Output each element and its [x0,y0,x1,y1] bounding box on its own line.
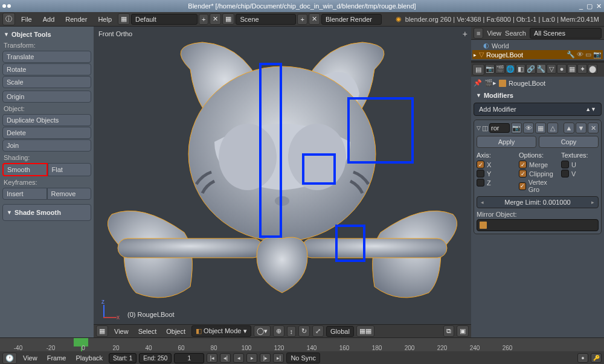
manipulator-translate-icon[interactable]: ↕ [287,326,297,337]
tab-particles-icon[interactable]: ✦ [577,64,587,74]
render-icon[interactable]: 📷 [593,51,602,59]
tab-world-icon[interactable]: 🌐 [506,64,515,74]
tab-material-icon[interactable]: ● [557,64,567,74]
3d-viewport[interactable]: Front Ortho + [94,27,471,337]
outliner[interactable]: ◐ World ▸ ▽ RougeLBoot 🔧 👁 ▭ 📷 [471,40,604,60]
apply-modifier-button[interactable]: Apply [477,136,536,148]
scene-browse-icon[interactable]: ▦ [222,13,234,25]
merge-limit-field[interactable]: ◂ Merge Limit: 0.001000 ▸ [477,196,599,208]
viewport-visibility-icon[interactable]: 👁 [523,123,534,133]
editor-type-icon[interactable]: ▦ [96,325,108,337]
layers-grid-icon[interactable]: ▦▦ [356,325,374,337]
translate-button[interactable]: Translate [2,51,91,63]
vertexgroup-checkbox[interactable] [519,182,526,190]
tab-modifiers-icon[interactable]: 🔧 [536,64,546,74]
end-frame-field[interactable]: End: 250 [139,353,172,363]
eye-icon[interactable]: 👁 [577,51,583,59]
pin-icon[interactable]: 📌 [474,79,482,87]
axis-y-checkbox[interactable] [477,170,484,177]
modifiers-panel-header[interactable]: Modifiers [471,89,604,101]
maximize-icon[interactable]: ▢ [586,2,593,10]
keyingset-icon[interactable]: 🔑 [591,353,602,363]
keyframe-next-icon[interactable]: |▸ [260,353,271,363]
menu-file[interactable]: File [16,14,37,24]
join-button[interactable]: Join [2,139,91,152]
expand-icon[interactable]: ▽ [477,125,481,131]
start-frame-field[interactable]: Start: 1 [109,353,137,363]
minimize-icon[interactable]: _ [579,2,583,10]
editor-type-icon[interactable]: 🕐 [2,353,17,364]
tab-physics-icon[interactable]: ⬤ [588,64,597,74]
tab-scene-icon[interactable]: 🎬 [495,64,505,74]
outliner-menu-view[interactable]: View [487,30,501,37]
menu-help[interactable]: Help [93,14,117,24]
scene-field[interactable]: Scene [236,14,296,25]
tl-menu-frame[interactable]: Frame [43,353,70,363]
vp-menu-select[interactable]: Select [135,327,161,336]
duplicate-button[interactable]: Duplicate Objects [2,114,91,126]
scene-remove[interactable]: ✕ [309,13,320,25]
timeline-track[interactable]: -40 -20 0 20 40 60 80 100 120 140 160 18… [0,338,604,351]
editor-type-icon[interactable]: ⓘ [2,13,15,25]
play-reverse-icon[interactable]: ◂ [233,353,244,363]
manipulator-scale-icon[interactable]: ⤢ [312,325,324,337]
render-engine-dropdown[interactable]: Blender Render [321,14,382,25]
keyframe-prev-icon[interactable]: ◂| [220,353,231,363]
shade-smooth-button[interactable]: Smooth [2,163,48,176]
jump-end-icon[interactable]: ▸| [273,353,284,363]
tab-constraints-icon[interactable]: 🔗 [526,64,536,74]
layout-add[interactable]: + [199,14,208,25]
wrench-icon[interactable]: 🔧 [567,51,575,59]
vp-menu-view[interactable]: View [111,327,132,336]
outliner-row-world[interactable]: ◐ World [472,41,603,50]
origin-button[interactable]: Origin [2,91,91,103]
insert-keyframe-button[interactable]: Insert [2,188,47,200]
playhead-handle[interactable] [74,338,88,346]
render-visibility-icon[interactable]: 📷 [511,123,522,133]
menu-render[interactable]: Render [60,14,92,24]
mode-dropdown[interactable]: ◧ Object Mode ▾ [191,325,251,337]
tab-texture-icon[interactable]: ▦ [567,64,577,74]
editmode-visibility-icon[interactable]: ▦ [535,123,546,133]
tab-object-icon[interactable]: ◧ [516,64,525,74]
orientation-dropdown[interactable]: Global [326,326,354,337]
move-down-icon[interactable]: ▼ [576,123,586,133]
manipulator-rotate-icon[interactable]: ↻ [298,325,310,337]
last-operator-panel[interactable]: Shade Smooth [5,207,88,218]
tab-render-icon[interactable]: 📷 [485,64,495,74]
scale-button[interactable]: Scale [2,76,91,88]
copy-modifier-button[interactable]: Copy [539,136,599,148]
add-modifier-dropdown[interactable]: Add Modifier ▲▼ [474,103,602,116]
scene-add[interactable]: + [297,14,307,25]
play-icon[interactable]: ▸ [246,353,257,363]
autokey-icon[interactable]: ● [577,353,588,363]
outliner-menu-search[interactable]: Search [505,30,526,37]
tl-menu-playback[interactable]: Playback [72,353,106,363]
outliner-row-selected[interactable]: ▸ ▽ RougeLBoot 🔧 👁 ▭ 📷 [472,50,603,59]
pivot-icon[interactable]: ⊕ [273,325,284,337]
axis-z-checkbox[interactable] [477,179,484,187]
screen-layout-browse-icon[interactable]: ▦ [118,13,130,25]
current-frame-field[interactable]: 1 [174,353,204,363]
tab-data-icon[interactable]: ▽ [547,64,556,74]
merge-checkbox[interactable] [519,161,527,168]
window-menu-icon[interactable] [7,4,11,8]
texture-u-checkbox[interactable] [561,161,569,168]
editor-type-icon[interactable]: ≡ [474,28,483,39]
clipping-checkbox[interactable] [519,170,527,177]
screen-layout-field[interactable]: Default [131,14,198,25]
window-menu-icon[interactable] [2,4,6,8]
shade-flat-button[interactable]: Flat [48,163,92,176]
cage-icon[interactable]: △ [547,123,558,133]
mirror-object-field[interactable] [477,219,599,231]
snap-icon[interactable]: ⧉ [443,325,454,337]
move-up-icon[interactable]: ▲ [564,123,574,133]
jump-start-icon[interactable]: |◂ [207,353,217,363]
render-preview-icon[interactable]: ▣ [457,325,469,337]
remove-keyframe-button[interactable]: Remove [47,188,92,200]
layout-remove[interactable]: ✕ [210,13,221,25]
vp-menu-object[interactable]: Object [162,327,189,336]
texture-v-checkbox[interactable] [561,170,569,177]
delete-button[interactable]: Delete [2,127,91,139]
editor-type-icon[interactable]: ▤ [472,64,484,75]
